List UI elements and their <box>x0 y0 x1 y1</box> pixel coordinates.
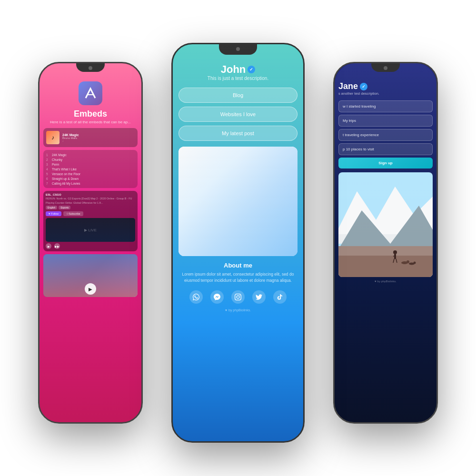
playlist-item: 124K Magic <box>46 152 135 157</box>
signup-button[interactable]: Sign up <box>338 158 433 169</box>
center-footer: ♥ by phpBiolinks. <box>225 308 251 312</box>
playlist: 124K Magic 2Chunky 3Perm 4That's What I … <box>43 150 138 188</box>
play-button[interactable]: ▶ <box>85 283 96 295</box>
twitch-game: Playing Counter-Strike: Global Offensive… <box>46 201 135 204</box>
music-embed: ♪ 24K Magic Bruno Mars ♪ <box>43 128 138 147</box>
subscribe-button[interactable]: ☆Subscribe <box>63 211 83 216</box>
center-description: This is just a test description. <box>208 76 268 81</box>
laptop-scene <box>178 147 298 256</box>
top-places-link[interactable]: p 10 places to visit <box>338 143 433 155</box>
right-description: s another test description. <box>338 91 433 96</box>
music-extra: ♪ <box>62 139 135 142</box>
about-text: Lorem ipsum dolor sit amet, consectetur … <box>178 271 298 284</box>
phone-left: Embeds Here is a test of all the embeds … <box>38 62 143 424</box>
twitch-subtitle: RERUN: North vs. G2 Esports [Dust2] Map … <box>46 197 135 200</box>
latest-post-link[interactable]: My latest post <box>178 126 298 141</box>
twitch-controls: ▶ ▶▶ <box>46 243 135 249</box>
left-title: Embeds <box>43 109 138 119</box>
twitch-tags: English Esports <box>46 206 135 209</box>
twitch-buttons: ♥Follow ☆Subscribe <box>46 211 135 216</box>
my-trips-link[interactable]: My trips <box>338 115 433 127</box>
left-subtitle: Here is a test of all the embeds that ca… <box>43 120 138 124</box>
right-mountain-image <box>338 172 433 277</box>
twitch-screen: ▶ LIVE <box>46 218 135 242</box>
playlist-item: 7Calling All My Lovies <box>46 181 135 186</box>
playlist-item: 2Chunky <box>46 157 135 162</box>
video-embed: 🔊 ▶ <box>43 254 138 297</box>
social-icons <box>189 290 287 304</box>
tag-english: English <box>46 206 57 209</box>
whatsapp-icon[interactable] <box>189 290 203 304</box>
svg-rect-22 <box>338 256 433 277</box>
about-section: About me Lorem ipsum dolor sit amet, con… <box>178 262 298 284</box>
twitch-title: ESL_CSGO <box>46 193 135 196</box>
video-people: ▶ <box>43 254 138 297</box>
about-title: About me <box>178 262 298 269</box>
right-name: Jane ✓ <box>338 81 433 91</box>
svg-point-29 <box>407 260 409 263</box>
traveling-experience-link[interactable]: t traveling experience <box>338 129 433 141</box>
follow-button[interactable]: ♥Follow <box>46 211 61 216</box>
blog-link[interactable]: Blog <box>178 88 298 103</box>
svg-point-23 <box>393 250 397 254</box>
websites-link[interactable]: Websites I love <box>178 107 298 122</box>
music-info: 24K Magic Bruno Mars ♪ <box>62 133 135 142</box>
phone-right: Jane ✓ s another test description. w I s… <box>333 62 438 424</box>
post-image <box>178 147 298 256</box>
twitch-embed: ESL_CSGO RERUN: North vs. G2 Esports [Du… <box>43 191 138 251</box>
twitter-icon[interactable] <box>252 290 266 304</box>
svg-rect-24 <box>394 254 396 259</box>
right-verified-badge: ✓ <box>360 83 367 90</box>
playlist-item: 5Versace on the Floor <box>46 171 135 176</box>
phone-center: John ✓ This is just a test description. … <box>171 43 305 443</box>
music-thumb: ♪ <box>46 131 60 144</box>
playlist-item: 6Straight up & Down <box>46 176 135 181</box>
video-thumb: ▶ <box>43 254 138 297</box>
center-name: John ✓ <box>221 63 256 76</box>
play-control[interactable]: ▶ <box>46 243 51 249</box>
svg-point-31 <box>414 262 416 264</box>
verified-badge: ✓ <box>248 66 255 73</box>
phones-container: Embeds Here is a test of all the embeds … <box>24 24 452 452</box>
left-logo <box>79 81 102 105</box>
tag-esports: Esports <box>59 206 70 209</box>
music-title: 24K Magic <box>62 133 135 137</box>
playlist-item: 4That's What I Like <box>46 167 135 171</box>
tiktok-icon[interactable] <box>273 290 287 304</box>
next-control[interactable]: ▶▶ <box>54 243 60 249</box>
traveling-start-link[interactable]: w I started traveling <box>338 100 433 112</box>
instagram-icon[interactable] <box>231 290 245 304</box>
messenger-icon[interactable] <box>210 290 224 304</box>
playlist-item: 3Perm <box>46 162 135 167</box>
right-footer: ♥ by phpBiolinks. <box>338 280 433 283</box>
